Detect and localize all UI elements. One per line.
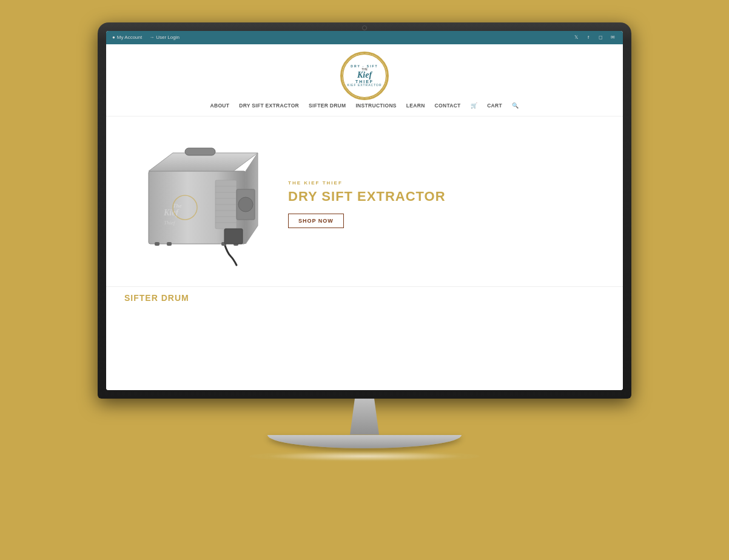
site-nav: ABOUT DRY SIFT EXTRACTOR SIFTER DRUM INS… <box>210 100 519 111</box>
monitor-stand-base <box>267 435 462 448</box>
svg-rect-22 <box>224 229 243 244</box>
monitor-stand-neck <box>340 399 389 435</box>
nav-learn[interactable]: LEARN <box>406 103 425 109</box>
hero-title: DRY SIFT EXTRACTOR <box>288 189 605 204</box>
cart-icon[interactable]: 🛒 <box>471 103 478 109</box>
website: ● My Account → User Login 𝕏 f ◻ ✉ <box>106 31 623 390</box>
hero-brand: THE KIEF THIEF <box>288 180 605 186</box>
nav-contact[interactable]: CONTACT <box>435 103 461 109</box>
nav-instructions[interactable]: INSTRUCTIONS <box>355 103 396 109</box>
monitor-screen: ● My Account → User Login 𝕏 f ◻ ✉ <box>106 31 623 390</box>
svg-rect-18 <box>155 242 160 246</box>
svg-rect-3 <box>185 148 215 155</box>
top-bar-left: ● My Account → User Login <box>112 35 180 40</box>
nav-sifter-drum[interactable]: SIFTER DRUM <box>309 103 346 109</box>
hero-text: THE KIEF THIEF DRY SIFT EXTRACTOR SHOP N… <box>270 174 605 228</box>
logo-ring <box>342 53 387 98</box>
login-icon: → <box>149 35 154 40</box>
nav-cart[interactable]: CART <box>487 103 502 109</box>
my-account-link[interactable]: ● My Account <box>112 35 142 40</box>
svg-rect-19 <box>167 242 172 246</box>
nav-dry-sift-extractor[interactable]: DRY SIFT EXTRACTOR <box>239 103 299 109</box>
email-icon[interactable]: ✉ <box>608 33 617 42</box>
user-login-link[interactable]: → User Login <box>149 35 180 40</box>
monitor-stand-shadow <box>249 451 480 462</box>
svg-point-13 <box>238 197 253 212</box>
instagram-icon[interactable]: ◻ <box>596 33 605 42</box>
search-icon[interactable]: 🔍 <box>512 103 519 109</box>
bottom-teaser: SIFTER DRUM <box>106 286 623 309</box>
site-logo[interactable]: DRY · SIFT THE Kief THIEF KIEF EXTRACTOR <box>340 52 389 100</box>
social-links: 𝕏 f ◻ ✉ <box>572 33 617 42</box>
site-main: The Kief Thief <box>106 116 623 390</box>
shop-now-button[interactable]: SHOP NOW <box>288 214 344 228</box>
sifter-drum-title: SIFTER DRUM <box>124 293 605 303</box>
product-image-area: The Kief Thief <box>124 135 270 268</box>
hero-section: The Kief Thief <box>106 116 623 286</box>
monitor-wrapper: ● My Account → User Login 𝕏 f ◻ ✉ <box>92 22 637 538</box>
twitter-icon[interactable]: 𝕏 <box>572 33 580 42</box>
my-account-label: My Account <box>117 35 142 40</box>
user-icon: ● <box>112 35 115 40</box>
site-header: DRY · SIFT THE Kief THIEF KIEF EXTRACTOR… <box>106 44 623 116</box>
svg-text:Thief: Thief <box>164 220 176 226</box>
user-login-label: User Login <box>156 35 180 40</box>
nav-about[interactable]: ABOUT <box>210 103 230 109</box>
product-image: The Kief Thief <box>130 135 264 268</box>
top-bar: ● My Account → User Login 𝕏 f ◻ ✉ <box>106 31 623 44</box>
monitor-body: ● My Account → User Login 𝕏 f ◻ ✉ <box>98 22 631 399</box>
facebook-icon[interactable]: f <box>584 33 593 42</box>
camera-dot <box>362 25 367 30</box>
